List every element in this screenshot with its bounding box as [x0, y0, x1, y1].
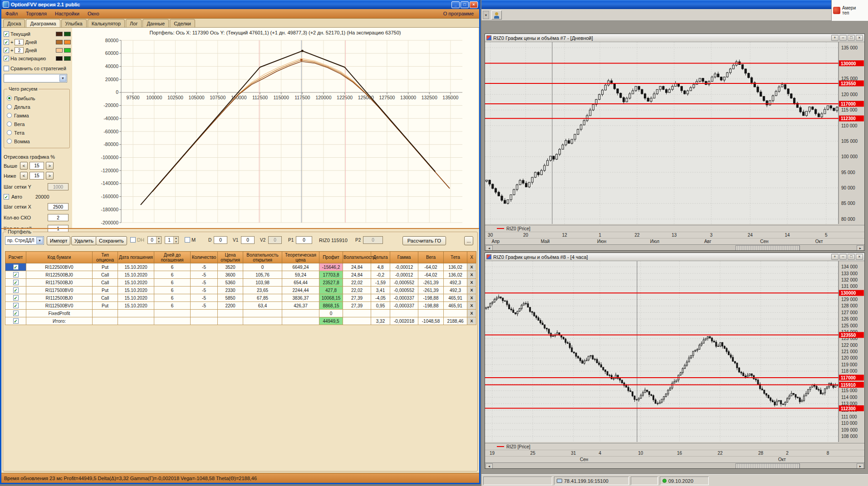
tab-Лог[interactable]: Лог — [126, 19, 142, 27]
window-menu-button[interactable]: + — [831, 35, 839, 41]
maximize-button[interactable]: □ — [848, 254, 855, 260]
p1-input[interactable] — [296, 236, 312, 244]
series-toggle-plus1[interactable]: ✓ + 1 Дней — [4, 38, 71, 46]
delete-row-button[interactable]: X — [467, 294, 476, 302]
checkbox[interactable] — [185, 237, 190, 243]
days-value[interactable]: 1 — [15, 39, 24, 45]
series-toggle-current[interactable]: ✓ Текущий — [4, 30, 71, 38]
row-checkbox[interactable]: ✓ — [13, 272, 19, 277]
minimize-button[interactable]: – — [839, 254, 847, 260]
v1-input[interactable] — [241, 236, 255, 244]
grid-step-x-input[interactable] — [48, 203, 69, 210]
spin-up-icon[interactable]: ▲ — [157, 237, 161, 240]
checkbox[interactable]: ✓ — [4, 56, 9, 61]
checkbox[interactable]: ✓ — [4, 48, 9, 53]
spin-down-icon[interactable]: ▼ — [157, 240, 161, 244]
menu-Торговля[interactable]: Торговля — [22, 10, 51, 17]
delete-row-button[interactable]: X — [467, 302, 476, 310]
menu-about[interactable]: О программе — [439, 10, 479, 17]
menu-Окно[interactable]: Окно — [83, 10, 103, 17]
tab-Сделки[interactable]: Сделки — [170, 19, 195, 27]
decrease-below-button[interactable]: < — [20, 172, 28, 180]
window-menu-button[interactable]: + — [831, 254, 839, 260]
candlestick-plot[interactable]: 108 000109 000110 000111 000112 000113 0… — [485, 261, 864, 442]
horizontal-scrollbar[interactable]: ◄ ► — [485, 462, 864, 469]
increase-above-button[interactable]: > — [46, 162, 54, 170]
delete-row-button[interactable]: X — [467, 271, 476, 279]
import-button[interactable]: Импорт — [47, 236, 70, 245]
row-checkbox-cell[interactable]: ✓ — [5, 310, 26, 317]
row-checkbox-cell[interactable]: ✓ — [5, 271, 26, 279]
delete-row-button[interactable]: X — [467, 310, 476, 317]
row-checkbox[interactable]: ✓ — [13, 311, 19, 316]
dh-spinner-1[interactable]: 0▲▼ — [147, 236, 162, 244]
increase-below-button[interactable]: > — [46, 172, 54, 180]
row-checkbox[interactable]: ✓ — [13, 264, 19, 270]
d-input[interactable] — [214, 236, 227, 244]
minimize-button[interactable]: – — [839, 35, 847, 41]
series-toggle-expiration[interactable]: ✓ На экспирацию — [4, 54, 71, 63]
row-checkbox-cell[interactable]: ✓ — [5, 287, 26, 294]
radio-Тета[interactable]: Тета — [7, 128, 67, 137]
maximize-button[interactable]: □ — [848, 35, 855, 41]
radio-Прибыль[interactable]: Прибыль — [7, 94, 67, 102]
radio-Вега[interactable]: Вега — [7, 120, 67, 128]
sko-count-input[interactable] — [48, 214, 69, 221]
tab-Доска[interactable]: Доска — [3, 19, 25, 27]
row-checkbox[interactable]: ✓ — [13, 280, 19, 285]
tab-Данные[interactable]: Данные — [142, 19, 169, 27]
more-button[interactable]: ... — [464, 236, 473, 245]
dh-spinner-2[interactable]: 1▲▼ — [165, 236, 179, 244]
auto-checkbox[interactable]: ✓ — [4, 194, 9, 199]
row-checkbox-cell[interactable]: ✓ — [5, 294, 26, 302]
radio-Вомма[interactable]: Вомма — [7, 137, 67, 146]
delete-row-button[interactable]: X — [467, 279, 476, 287]
delete-row-button[interactable]: X — [467, 287, 476, 294]
close-button[interactable]: × — [470, 1, 478, 8]
scroll-thumb[interactable] — [736, 245, 800, 251]
delete-row-button[interactable]: X — [467, 263, 476, 271]
checkbox[interactable]: ✓ — [4, 39, 9, 45]
close-button[interactable]: × — [856, 254, 863, 260]
checkbox[interactable]: ✓ — [4, 31, 9, 37]
strategy-compare-select[interactable]: ▼ — [4, 74, 67, 83]
save-button[interactable]: Сохранить — [96, 236, 127, 245]
row-checkbox-cell[interactable]: ✓ — [5, 263, 26, 271]
radio-Гамма[interactable]: Гамма — [7, 111, 67, 120]
scroll-left-arrow[interactable]: ◄ — [485, 245, 493, 251]
scroll-thumb[interactable] — [736, 463, 800, 469]
window-titlebar[interactable]: RIZ0 График цены и объёма #8 - [4 часа] … — [485, 253, 864, 261]
background-window-titlebar[interactable] — [481, 0, 831, 9]
checkbox[interactable] — [4, 66, 9, 71]
tab-Калькулятор[interactable]: Калькулятор — [88, 19, 125, 27]
scroll-right-arrow[interactable]: ► — [857, 463, 864, 469]
row-checkbox-cell[interactable]: ✓ — [5, 317, 26, 325]
scroll-right-arrow[interactable]: ► — [857, 245, 864, 251]
decrease-above-button[interactable]: < — [20, 162, 28, 170]
tab-Улыбка[interactable]: Улыбка — [61, 19, 87, 27]
chevron-down-icon[interactable]: ▼ — [36, 237, 43, 244]
candlestick-plot[interactable]: 80 00085 00090 00095 000100 000105 00011… — [485, 42, 864, 224]
toolbar-dropdown-icon[interactable]: ▼ — [483, 11, 489, 19]
above-percent-input[interactable] — [29, 162, 44, 170]
spin-up-icon[interactable]: ▲ — [174, 237, 178, 240]
days-value[interactable]: 2 — [15, 47, 24, 53]
checkbox[interactable] — [130, 237, 136, 243]
below-percent-input[interactable] — [29, 172, 44, 180]
row-checkbox-cell[interactable]: ✓ — [5, 302, 26, 310]
delete-button[interactable]: Удалить — [71, 236, 97, 245]
calc-margin-button[interactable]: Рассчитать ГО — [402, 236, 446, 245]
delete-row-button[interactable]: X — [467, 317, 476, 325]
menu-Настройки[interactable]: Настройки — [51, 10, 83, 17]
dh-toggle[interactable]: DH — [130, 237, 144, 243]
scroll-left-arrow[interactable]: ◄ — [485, 463, 493, 469]
window-titlebar[interactable]: RIZ0 График цены и объёма #7 - [Дневной]… — [485, 34, 864, 42]
row-checkbox[interactable]: ✓ — [13, 318, 19, 324]
row-checkbox[interactable]: ✓ — [13, 295, 19, 301]
row-checkbox-cell[interactable]: ✓ — [5, 279, 26, 287]
strategy-select[interactable]: пр. СтреДДЛ▼ — [5, 236, 44, 245]
close-button[interactable]: × — [856, 35, 863, 41]
spin-down-icon[interactable]: ▼ — [174, 240, 178, 244]
horizontal-scrollbar[interactable]: ◄ ► — [485, 244, 864, 251]
series-toggle-plus2[interactable]: ✓ + 2 Дней — [4, 46, 71, 54]
